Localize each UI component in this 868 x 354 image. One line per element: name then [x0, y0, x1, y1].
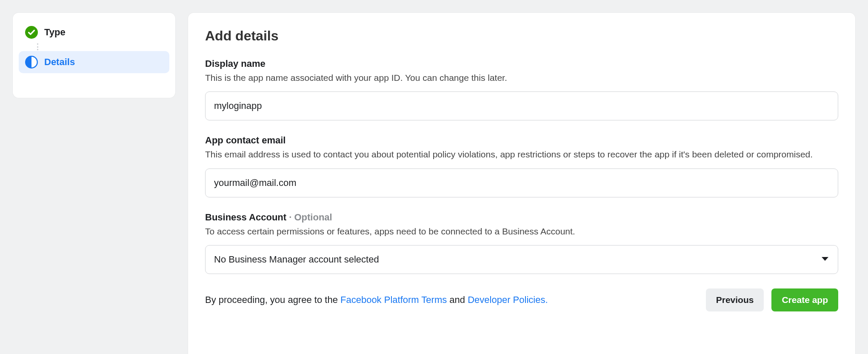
contact-email-block: App contact email This email address is … [205, 135, 838, 197]
business-account-select[interactable]: No Business Manager account selected [205, 245, 838, 274]
contact-email-input[interactable] [205, 168, 838, 197]
business-account-optional-tag: · Optional [286, 212, 332, 223]
caret-down-icon [821, 256, 829, 263]
step-type-label: Type [44, 27, 66, 38]
display-name-help: This is the app name associated with you… [205, 72, 838, 84]
step-current-icon [25, 55, 38, 69]
business-account-label: Business Account · Optional [205, 212, 838, 223]
display-name-block: Display name This is the app name associ… [205, 58, 838, 120]
page-title: Add details [205, 28, 838, 44]
contact-email-label: App contact email [205, 135, 838, 146]
developer-policies-link[interactable]: Developer Policies. [468, 294, 548, 305]
contact-email-help: This email address is used to contact yo… [205, 148, 838, 160]
business-account-label-text: Business Account [205, 212, 286, 223]
add-details-panel: Add details Display name This is the app… [188, 13, 855, 354]
business-account-help: To access certain permissions or feature… [205, 226, 838, 237]
platform-terms-link[interactable]: Facebook Platform Terms [340, 294, 447, 305]
create-app-button[interactable]: Create app [771, 288, 838, 311]
display-name-label: Display name [205, 58, 838, 69]
footer-row: By proceeding, you agree to the Facebook… [205, 288, 838, 311]
display-name-input[interactable] [205, 91, 838, 120]
step-details[interactable]: Details [19, 51, 169, 73]
business-account-selected-value: No Business Manager account selected [214, 254, 379, 265]
step-details-label: Details [44, 57, 75, 68]
step-type[interactable]: Type [19, 21, 169, 43]
business-account-block: Business Account · Optional To access ce… [205, 212, 838, 274]
agreement-text: By proceeding, you agree to the Facebook… [205, 294, 548, 305]
stepper-sidebar: Type Details [13, 13, 175, 98]
previous-button[interactable]: Previous [706, 288, 764, 311]
step-complete-icon [25, 26, 38, 39]
